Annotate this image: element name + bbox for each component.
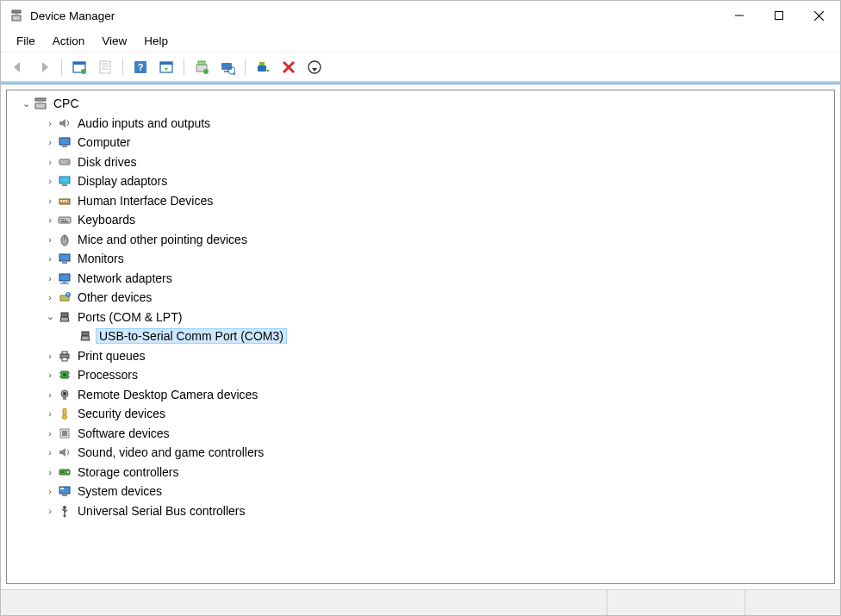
tree-item-security[interactable]: › Security devices [7, 404, 834, 424]
tree-item-print[interactable]: › Print queues [7, 346, 834, 366]
chevron-right-icon[interactable]: › [45, 196, 55, 206]
svg-rect-61 [62, 358, 67, 361]
chevron-down-icon[interactable]: ⌄ [21, 98, 31, 109]
chevron-right-icon[interactable]: › [45, 118, 55, 128]
monitor-icon [57, 134, 72, 150]
svg-rect-51 [62, 262, 67, 264]
speaker-icon [57, 445, 72, 460]
uninstall-device-button[interactable] [277, 55, 301, 79]
chevron-right-icon[interactable]: › [45, 292, 55, 302]
speaker-icon [57, 115, 72, 131]
tree-item-ports[interactable]: ⌄ Ports (COM & LPT) [7, 308, 834, 327]
chevron-right-icon[interactable]: › [45, 253, 55, 264]
system-devices-icon [57, 483, 72, 499]
chevron-right-icon[interactable]: › [45, 137, 55, 147]
tree-root[interactable]: ⌄ CPC [7, 94, 834, 114]
tree-item-processors[interactable]: › Processors [7, 365, 834, 385]
device-tree[interactable]: ⌄ CPC › Audio inputs and outputs › Compu… [6, 90, 835, 584]
chevron-right-icon[interactable]: › [45, 370, 55, 380]
svg-text:?: ? [138, 62, 144, 72]
chevron-right-icon[interactable]: › [45, 351, 55, 361]
svg-rect-44 [60, 219, 62, 221]
chevron-right-icon[interactable]: › [45, 176, 55, 186]
computer-root-icon [33, 96, 48, 111]
svg-rect-17 [160, 62, 172, 65]
svg-rect-26 [259, 62, 265, 65]
tree-item-computer[interactable]: › Computer [7, 133, 834, 152]
update-driver-button[interactable] [190, 55, 214, 79]
tree-item-hid[interactable]: › Human Interface Devices [7, 191, 834, 211]
svg-rect-38 [62, 184, 67, 186]
chevron-right-icon[interactable]: › [45, 234, 55, 245]
tree-item-sound[interactable]: › Sound, video and game controllers [7, 443, 834, 463]
menu-view[interactable]: View [93, 32, 135, 50]
chevron-right-icon[interactable]: › [45, 215, 55, 225]
help-button[interactable]: ? [128, 55, 153, 79]
chevron-right-icon[interactable]: › [45, 486, 55, 496]
tree-item-usb[interactable]: › Universal Serial Bus controllers [7, 501, 834, 521]
forward-button[interactable] [32, 55, 56, 79]
storage-controller-icon [57, 464, 72, 480]
tree-item-storage[interactable]: › Storage controllers [7, 463, 834, 482]
scan-hardware-button[interactable] [215, 55, 240, 79]
tree-item-keyboards[interactable]: › Keyboards [7, 210, 834, 230]
back-button[interactable] [6, 55, 30, 79]
tree-item-camera[interactable]: › Remote Desktop Camera devices [7, 385, 834, 405]
svg-rect-30 [35, 98, 46, 101]
maximize-button[interactable] [759, 2, 799, 29]
svg-point-69 [63, 392, 66, 395]
svg-rect-21 [221, 63, 232, 70]
chevron-right-icon[interactable]: › [45, 157, 55, 167]
svg-rect-37 [59, 177, 70, 184]
tree-item-display[interactable]: › Display adaptors [7, 171, 834, 191]
security-icon [57, 406, 72, 421]
svg-rect-2 [15, 13, 18, 16]
cpu-icon [57, 367, 72, 383]
chevron-right-icon[interactable]: › [45, 273, 55, 283]
tree-item-software[interactable]: › Software devices [7, 424, 834, 444]
svg-rect-4 [776, 12, 783, 20]
chevron-right-icon[interactable]: › [45, 428, 55, 439]
camera-icon [57, 387, 72, 402]
hid-icon [57, 193, 72, 208]
show-hide-console-button[interactable] [67, 55, 91, 79]
software-icon [57, 426, 72, 441]
svg-rect-76 [61, 471, 64, 473]
close-button[interactable] [799, 2, 838, 29]
properties-button[interactable] [93, 55, 117, 79]
tree-item-audio[interactable]: › Audio inputs and outputs [7, 114, 834, 134]
menu-action[interactable]: Action [44, 32, 94, 50]
tree-item-monitors[interactable]: › Monitors [7, 249, 834, 269]
minimize-button[interactable] [720, 2, 759, 29]
tree-item-other[interactable]: › ? Other devices [7, 288, 834, 308]
tree-item-mice[interactable]: › Mice and other pointing devices [7, 230, 834, 250]
tree-item-usb-serial[interactable]: USB-to-Serial Comm Port (COM3) [7, 327, 834, 346]
chevron-down-icon[interactable]: ⌄ [45, 312, 55, 322]
add-legacy-hardware-button[interactable] [302, 55, 327, 79]
port-icon [57, 309, 72, 325]
network-icon [57, 271, 72, 286]
chevron-right-icon[interactable]: › [45, 506, 55, 516]
titlebar: Device Manager [1, 1, 840, 30]
svg-rect-8 [73, 62, 85, 65]
svg-point-9 [81, 69, 86, 74]
chevron-right-icon[interactable]: › [45, 447, 55, 457]
chevron-right-icon[interactable]: › [45, 408, 55, 419]
menu-file[interactable]: File [8, 32, 44, 50]
svg-rect-50 [59, 254, 70, 261]
menu-help[interactable]: Help [135, 32, 177, 50]
svg-rect-45 [63, 219, 65, 221]
svg-rect-71 [63, 408, 66, 415]
tree-root-label: CPC [53, 96, 79, 111]
tree-item-network[interactable]: › Network adapters [7, 269, 834, 289]
action-button[interactable] [154, 55, 178, 79]
chevron-right-icon[interactable]: › [45, 467, 55, 477]
svg-rect-33 [59, 138, 70, 145]
window-title: Device Manager [30, 9, 115, 22]
tree-item-disk[interactable]: › Disk drives [7, 152, 834, 172]
other-devices-icon: ? [57, 289, 72, 305]
svg-rect-80 [60, 488, 64, 489]
tree-item-system[interactable]: › System devices [7, 482, 834, 501]
chevron-right-icon[interactable]: › [45, 389, 55, 400]
enable-device-button[interactable] [251, 55, 275, 79]
